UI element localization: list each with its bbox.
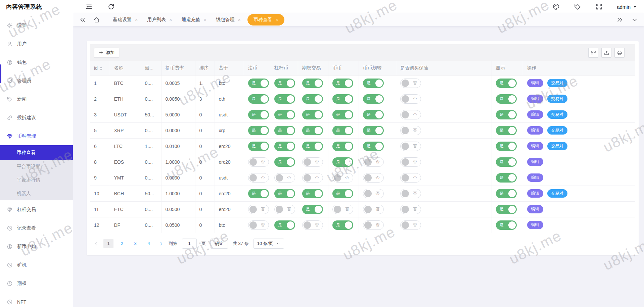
tab-close-icon[interactable]: × — [169, 17, 172, 22]
toggle-transfer[interactable]: 是 — [363, 126, 384, 135]
export-tool-button[interactable] — [601, 48, 611, 58]
edit-button[interactable]: 编辑 — [527, 95, 543, 103]
toggle-insurance[interactable]: 否 — [400, 79, 421, 88]
sidebar-item-new-coin-subscribe[interactable]: 新币申购 — [0, 237, 73, 256]
toggle-coin[interactable]: 是 — [332, 189, 353, 198]
palette-icon[interactable] — [552, 3, 560, 10]
toggle-insurance[interactable]: 否 — [400, 142, 421, 151]
sidebar-subitem-platform-coin-settings[interactable]: 平台币设置 — [0, 160, 73, 173]
tab-通道充值[interactable]: 通道充值× — [177, 13, 211, 26]
toggle-show[interactable]: 是 — [496, 142, 517, 151]
columns-tool-button[interactable] — [588, 48, 598, 58]
toggle-lever[interactable]: 是 — [274, 189, 295, 198]
toggle-transfer[interactable]: 是 — [363, 79, 384, 88]
confirm-button[interactable]: 确定 — [211, 239, 228, 249]
edit-button[interactable]: 编辑 — [527, 110, 543, 119]
tab-close-icon[interactable]: × — [238, 17, 241, 22]
goto-page-input[interactable] — [182, 239, 197, 249]
toggle-fiat[interactable]: 否 — [248, 157, 269, 167]
toggle-option[interactable]: 是 — [302, 189, 323, 198]
toggle-fiat[interactable]: 是 — [248, 126, 269, 135]
sidebar-subitem-platform-coin-market[interactable]: 平台币行情 — [0, 173, 73, 187]
page-number-3[interactable]: 3 — [130, 239, 140, 248]
toggle-option[interactable]: 是 — [302, 205, 323, 214]
toggle-insurance[interactable]: 否 — [400, 110, 421, 119]
toggle-coin[interactable]: 是 — [332, 126, 353, 135]
page-number-2[interactable]: 2 — [117, 239, 127, 248]
sidebar-item-settings[interactable]: 设置 — [0, 16, 73, 35]
toggle-show[interactable]: 是 — [496, 79, 517, 88]
sidebar-scrollbar[interactable] — [0, 64, 1, 83]
toggle-lever[interactable]: 是 — [274, 110, 295, 119]
sidebar-item-record-view[interactable]: 记录查看 — [0, 219, 73, 237]
price-tag-icon[interactable] — [574, 3, 581, 10]
toggle-show[interactable]: 是 — [496, 220, 517, 230]
toggle-show[interactable]: 是 — [496, 205, 517, 214]
toggle-show[interactable]: 是 — [496, 189, 517, 198]
toggle-coin[interactable]: 否 — [332, 173, 353, 183]
toggle-insurance[interactable]: 否 — [400, 94, 421, 104]
collapse-menu-icon[interactable] — [85, 3, 93, 10]
add-button[interactable]: 添加 — [94, 48, 119, 58]
sidebar-item-miner[interactable]: 矿机 — [0, 256, 73, 274]
toggle-lever[interactable]: 是 — [274, 126, 295, 135]
next-page-icon[interactable] — [158, 241, 164, 246]
trade-pair-button[interactable]: 交易对 — [547, 79, 567, 87]
toggle-insurance[interactable]: 否 — [400, 126, 421, 135]
sidebar-item-news[interactable]: 新闻 — [0, 90, 73, 108]
toggle-fiat[interactable]: 否 — [248, 173, 269, 183]
toggle-lever[interactable]: 是 — [274, 157, 295, 167]
toggle-fiat[interactable]: 是 — [248, 94, 269, 104]
toggle-coin[interactable]: 否 — [332, 205, 353, 214]
tab-close-icon[interactable]: × — [203, 17, 206, 22]
edit-button[interactable]: 编辑 — [527, 189, 543, 198]
toggle-insurance[interactable]: 否 — [400, 157, 421, 167]
sort-icon[interactable] — [100, 66, 102, 70]
tab-close-icon[interactable]: × — [276, 17, 278, 22]
edit-button[interactable]: 编辑 — [527, 79, 543, 87]
toggle-coin[interactable]: 是 — [332, 220, 353, 230]
toggle-fiat[interactable]: 否 — [248, 220, 269, 230]
edit-button[interactable]: 编辑 — [527, 158, 543, 166]
prev-page-icon[interactable] — [93, 241, 99, 246]
tab-用户列表[interactable]: 用户列表× — [142, 13, 177, 26]
toggle-fiat[interactable]: 是 — [248, 110, 269, 119]
toggle-show[interactable]: 是 — [496, 110, 517, 119]
toggle-option[interactable]: 否 — [302, 157, 323, 167]
admin-menu[interactable]: admin — [617, 4, 637, 10]
toggle-show[interactable]: 是 — [496, 173, 517, 183]
sidebar-item-wallet[interactable]: 钱包 — [0, 53, 73, 71]
toggle-option[interactable]: 是 — [302, 142, 323, 151]
toggle-coin[interactable]: 是 — [332, 94, 353, 104]
toggle-option[interactable]: 是 — [302, 94, 323, 104]
toggle-lever[interactable]: 否 — [274, 205, 295, 214]
toggle-transfer[interactable]: 否 — [363, 205, 384, 214]
toggle-transfer[interactable]: 否 — [363, 220, 384, 230]
toggle-option[interactable]: 否 — [302, 173, 323, 183]
tab-币种查看[interactable]: 币种查看× — [247, 14, 284, 25]
toggle-transfer[interactable]: 否 — [363, 173, 384, 183]
toggle-fiat[interactable]: 是 — [248, 79, 269, 88]
trade-pair-button[interactable]: 交易对 — [547, 110, 567, 119]
toggle-transfer[interactable]: 否 — [363, 157, 384, 167]
sidebar-item-nft[interactable]: NFT — [0, 293, 73, 307]
refresh-icon[interactable] — [107, 3, 115, 10]
chevrons-left-icon[interactable] — [79, 16, 86, 23]
sidebar-item-options[interactable]: 期权 — [0, 274, 73, 293]
edit-button[interactable]: 编辑 — [527, 142, 543, 150]
trade-pair-button[interactable]: 交易对 — [547, 189, 567, 198]
toggle-coin[interactable]: 是 — [332, 157, 353, 167]
toggle-fiat[interactable]: 是 — [248, 142, 269, 151]
toggle-show[interactable]: 是 — [496, 126, 517, 135]
toggle-option[interactable]: 是 — [302, 110, 323, 119]
chevron-down-icon[interactable] — [631, 16, 638, 23]
home-icon[interactable] — [93, 16, 100, 23]
sidebar-subitem-coin-view[interactable]: 币种查看 — [0, 145, 73, 160]
toggle-lever[interactable]: 是 — [274, 142, 295, 151]
toggle-coin[interactable]: 是 — [332, 79, 353, 88]
toggle-insurance[interactable]: 否 — [400, 189, 421, 198]
toggle-lever[interactable]: 是 — [274, 94, 295, 104]
edit-button[interactable]: 编辑 — [527, 205, 543, 213]
sidebar-subitem-robot[interactable]: 机器人 — [0, 187, 73, 200]
toggle-lever[interactable]: 是 — [274, 220, 295, 230]
